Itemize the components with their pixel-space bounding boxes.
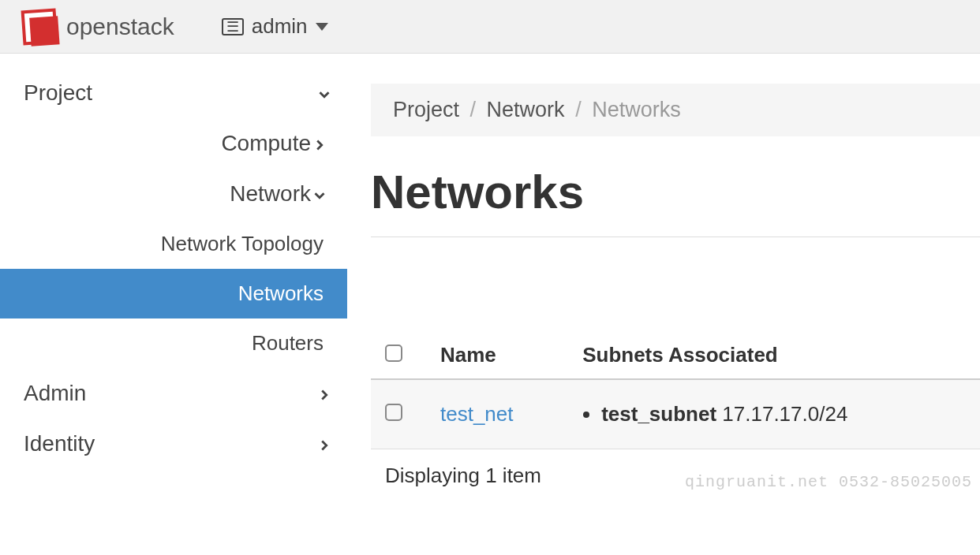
subnet-list: test_subnet 17.17.17.0/24 (582, 402, 966, 426)
sidebar-item-label: Network Topology (0, 232, 324, 256)
sidebar-item-network-topology[interactable]: Network Topology (0, 219, 347, 269)
sidebar-item-networks[interactable]: Networks (0, 269, 347, 318)
project-selector-label: admin (252, 14, 308, 39)
subnet-name: test_subnet (601, 402, 716, 426)
breadcrumb-current: Networks (592, 98, 681, 121)
sidebar-item-label: Routers (0, 331, 324, 356)
networks-table: Name Subnets Associated test_net t (371, 332, 980, 449)
sidebar-item-label: Network (118, 181, 311, 207)
row-checkbox[interactable] (385, 404, 402, 421)
chevron-right-icon (316, 386, 330, 400)
sidebar-item-network[interactable]: Network (0, 169, 347, 219)
subnet-cidr: 17.17.17.0/24 (722, 402, 847, 426)
sidebar-item-compute[interactable]: Compute (0, 118, 347, 169)
column-header-subnets[interactable]: Subnets Associated (568, 332, 980, 379)
chevron-right-icon (316, 437, 330, 451)
breadcrumb-separator: / (575, 98, 582, 121)
sidebar-item-label: Identity (24, 431, 95, 456)
sidebar-item-label: Compute (118, 131, 311, 156)
sidebar-item-identity[interactable]: Identity (0, 419, 347, 469)
subnet-item: test_subnet 17.17.17.0/24 (601, 402, 966, 426)
brand-text: openstack (66, 13, 174, 40)
project-icon: ☰ (222, 18, 244, 35)
sidebar: Project Compute Network Network Topology… (0, 54, 347, 502)
sidebar-item-label: Networks (0, 281, 324, 306)
network-name-link[interactable]: test_net (440, 402, 514, 426)
breadcrumb: Project / Network / Networks (371, 84, 980, 136)
column-header-name[interactable]: Name (426, 332, 568, 379)
sidebar-item-admin[interactable]: Admin (0, 368, 347, 419)
breadcrumb-item[interactable]: Network (487, 98, 565, 121)
chevron-right-icon (311, 136, 325, 151)
sidebar-item-label: Admin (24, 381, 86, 406)
sidebar-item-project[interactable]: Project (0, 68, 347, 118)
select-all-checkbox[interactable] (385, 345, 402, 362)
main-content: Project / Network / Networks Networks Na… (347, 54, 980, 502)
sidebar-item-routers[interactable]: Routers (0, 318, 347, 368)
page-title: Networks (371, 165, 980, 219)
breadcrumb-separator: / (470, 98, 477, 121)
table-row: test_net test_subnet 17.17.17.0/24 (371, 379, 980, 449)
chevron-down-icon (316, 23, 328, 31)
watermark: qingruanit.net 0532-85025005 (685, 473, 972, 491)
chevron-down-icon (316, 86, 330, 100)
project-selector[interactable]: ☰ admin (222, 14, 328, 39)
sidebar-item-label: Project (24, 80, 92, 106)
chevron-down-icon (311, 187, 325, 201)
divider (371, 237, 980, 237)
openstack-logo-icon (21, 8, 58, 45)
breadcrumb-item[interactable]: Project (393, 98, 459, 121)
topbar: openstack ☰ admin (0, 0, 980, 54)
